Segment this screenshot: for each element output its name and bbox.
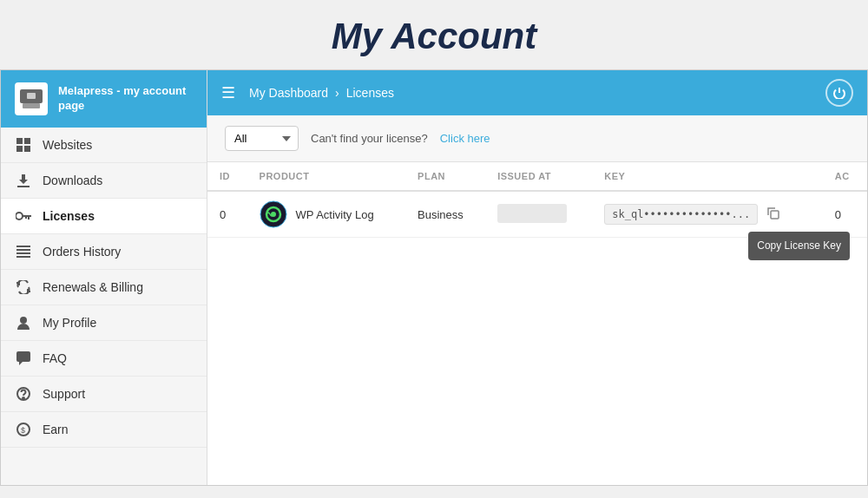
sidebar-item-my-profile[interactable]: My Profile [1, 305, 207, 341]
col-id: ID [207, 162, 247, 191]
sidebar-logo [15, 82, 48, 115]
cant-find-text: Can't find your license? [311, 132, 428, 145]
svg-rect-13 [16, 249, 30, 251]
table-header-row: ID PRODUCT PLAN ISSUED AT KEY AC [207, 162, 867, 191]
breadcrumb-home[interactable]: My Dashboard [249, 86, 328, 100]
col-ac: AC [823, 162, 867, 191]
key-icon [15, 209, 32, 223]
sidebar-item-support[interactable]: Support [1, 377, 207, 412]
row-activations: 0 [823, 191, 867, 238]
sidebar-item-websites-label: Websites [43, 138, 92, 152]
sidebar-item-earn[interactable]: $ Earn [1, 412, 207, 448]
svg-rect-6 [24, 146, 30, 152]
click-here-link[interactable]: Click here [440, 132, 490, 145]
svg-rect-10 [28, 217, 30, 220]
row-key: sk_ql••••••••••••••... [592, 191, 823, 238]
svg-rect-14 [16, 252, 30, 254]
svg-rect-12 [16, 246, 30, 247]
sidebar-item-earn-label: Earn [43, 423, 69, 436]
sidebar-header[interactable]: Melapress - my account page [1, 70, 207, 128]
svg-rect-7 [17, 186, 30, 187]
col-product: PRODUCT [247, 162, 405, 191]
breadcrumb-current: Licenses [346, 86, 394, 100]
svg-text:$: $ [21, 426, 25, 435]
sidebar-item-orders-history-label: Orders History [43, 245, 121, 259]
sidebar: Melapress - my account page Websites Dow… [1, 70, 207, 485]
hamburger-icon[interactable]: ☰ [221, 83, 235, 102]
tooltip-label: Copy License Key [757, 239, 841, 252]
table-row: 0 WP Activity Log [207, 191, 867, 238]
top-bar: ☰ My Dashboard › Licenses [207, 70, 867, 115]
download-icon [15, 174, 32, 187]
row-plan: Business [405, 191, 485, 238]
breadcrumb: My Dashboard › Licenses [249, 86, 815, 100]
sidebar-item-renewals-billing-label: Renewals & Billing [43, 280, 143, 294]
svg-point-8 [16, 213, 23, 220]
svg-marker-18 [19, 362, 23, 365]
content-area: ☰ My Dashboard › Licenses All Active Ina… [207, 70, 867, 485]
dollar-icon: $ [15, 423, 32, 436]
svg-rect-26 [771, 211, 779, 219]
svg-rect-17 [16, 351, 30, 362]
svg-rect-2 [27, 93, 36, 99]
svg-rect-15 [16, 256, 30, 258]
svg-rect-11 [25, 217, 27, 219]
sidebar-item-downloads[interactable]: Downloads [1, 163, 207, 199]
svg-rect-3 [16, 138, 23, 144]
license-filter-select[interactable]: All Active Inactive Expired [225, 126, 299, 151]
sidebar-item-my-profile-label: My Profile [43, 316, 96, 330]
grid-icon [15, 138, 32, 152]
sidebar-item-orders-history[interactable]: Orders History [1, 234, 207, 270]
page-title: My Account [0, 16, 868, 57]
filter-bar: All Active Inactive Expired Can't find y… [207, 115, 867, 162]
col-key: KEY [592, 162, 823, 191]
table-area: ID PRODUCT PLAN ISSUED AT KEY AC 0 [207, 162, 867, 485]
licenses-table: ID PRODUCT PLAN ISSUED AT KEY AC 0 [207, 162, 867, 238]
power-icon[interactable] [825, 79, 853, 107]
sidebar-item-faq-label: FAQ [43, 351, 67, 365]
copy-license-key-tooltip: Copy License Key [748, 232, 850, 260]
sidebar-item-licenses-label: Licenses [43, 209, 95, 223]
chat-icon [15, 351, 32, 365]
col-issued-at: ISSUED AT [485, 162, 592, 191]
sidebar-item-websites[interactable]: Websites [1, 128, 207, 163]
row-id: 0 [207, 191, 247, 238]
sidebar-item-downloads-label: Downloads [43, 174, 102, 187]
refresh-icon [15, 280, 32, 294]
sidebar-item-faq[interactable]: FAQ [1, 341, 207, 377]
col-plan: PLAN [405, 162, 485, 191]
row-issued-at [485, 191, 592, 238]
sidebar-nav: Websites Downloads Licenses [1, 128, 207, 448]
product-name: WP Activity Log [296, 208, 374, 221]
help-icon [15, 387, 32, 401]
main-container: Melapress - my account page Websites Dow… [0, 69, 868, 486]
svg-point-16 [20, 317, 27, 324]
copy-key-button[interactable] [765, 205, 782, 225]
list-icon [15, 245, 32, 259]
page-title-area: My Account [0, 0, 868, 69]
sidebar-item-licenses[interactable]: Licenses [1, 199, 207, 234]
sidebar-item-support-label: Support [43, 387, 85, 401]
svg-point-20 [23, 397, 24, 399]
row-product: WP Activity Log [247, 191, 405, 238]
person-icon [15, 316, 32, 330]
svg-rect-9 [22, 215, 31, 217]
svg-rect-4 [24, 138, 30, 144]
svg-rect-1 [23, 103, 40, 108]
license-key-masked: sk_ql••••••••••••••... [604, 204, 758, 225]
svg-rect-5 [16, 146, 23, 152]
breadcrumb-separator: › [335, 86, 339, 100]
wp-activity-log-logo [260, 200, 287, 228]
sidebar-brand-name: Melapress - my account page [58, 84, 193, 114]
sidebar-item-renewals-billing[interactable]: Renewals & Billing [1, 270, 207, 305]
